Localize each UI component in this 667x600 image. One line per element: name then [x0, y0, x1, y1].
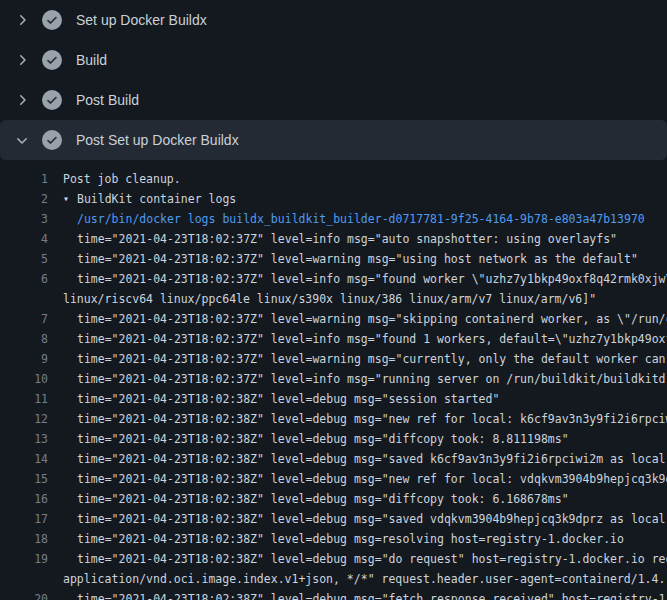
log-line-text: time="2021-04-23T18:02:37Z" level=warnin…: [48, 249, 638, 269]
log-line-number[interactable]: 13: [0, 429, 48, 449]
log-line-text: linux/riscv64 linux/ppc64le linux/s390x …: [48, 289, 596, 309]
log-line-text: time="2021-04-23T18:02:38Z" level=debug …: [48, 389, 499, 409]
log-line-text: time="2021-04-23T18:02:37Z" level=info m…: [48, 229, 617, 249]
log-line: 8 ▾ time="2021-04-23T18:02:37Z" level=in…: [0, 329, 667, 349]
log-line-text: time="2021-04-23T18:02:38Z" level=debug …: [48, 509, 667, 529]
log-line-number[interactable]: [0, 569, 48, 589]
chevron-right-icon[interactable]: [14, 52, 30, 68]
log-line-number[interactable]: 20: [0, 589, 48, 600]
log-line: 3 ▾ /usr/bin/docker logs buildx_buildkit…: [0, 209, 667, 229]
log-line-text: time="2021-04-23T18:02:38Z" level=debug …: [48, 489, 569, 509]
log-line-number[interactable]: 19: [0, 549, 48, 569]
log-line-text: time="2021-04-23T18:02:38Z" level=debug …: [48, 409, 667, 429]
log-line: 12 ▾ time="2021-04-23T18:02:38Z" level=d…: [0, 409, 667, 429]
log-line-number[interactable]: 9: [0, 349, 48, 369]
step-header[interactable]: Post Set up Docker Buildx: [0, 120, 667, 160]
log-line: 13 ▾ time="2021-04-23T18:02:38Z" level=d…: [0, 429, 667, 449]
log-line-number[interactable]: 1: [0, 169, 48, 189]
log-line-number[interactable]: 14: [0, 449, 48, 469]
step-title: Post Build: [76, 92, 139, 108]
log-line-text: time="2021-04-23T18:02:37Z" level=info m…: [48, 369, 667, 389]
log-line-number[interactable]: 12: [0, 409, 48, 429]
log-line: 17 ▾ time="2021-04-23T18:02:38Z" level=d…: [0, 509, 667, 529]
log-line-number[interactable]: [0, 289, 48, 309]
log-line: 16 ▾ time="2021-04-23T18:02:38Z" level=d…: [0, 489, 667, 509]
log-line-number[interactable]: 3: [0, 209, 48, 229]
log-line-text: time="2021-04-23T18:02:37Z" level=info m…: [48, 269, 667, 289]
log-line: 18 ▾ time="2021-04-23T18:02:38Z" level=d…: [0, 529, 667, 549]
check-circle-icon: [42, 90, 62, 110]
log-line: 7 ▾ time="2021-04-23T18:02:37Z" level=wa…: [0, 309, 667, 329]
log-line-number[interactable]: 17: [0, 509, 48, 529]
group-toggle-triangle-down-icon[interactable]: ▾: [63, 189, 77, 209]
log-line-text: time="2021-04-23T18:02:38Z" level=debug …: [48, 449, 667, 469]
log-line-text: time="2021-04-23T18:02:38Z" level=debug …: [48, 469, 667, 489]
log-line-number[interactable]: 4: [0, 229, 48, 249]
log-line: 1 ▾ Post job cleanup.: [0, 169, 667, 189]
check-circle-icon: [42, 10, 62, 30]
log-line: 10 ▾ time="2021-04-23T18:02:37Z" level=i…: [0, 369, 667, 389]
log-line: 6 ▾ time="2021-04-23T18:02:37Z" level=in…: [0, 269, 667, 289]
log-line-text: application/vnd.oci.image.index.v1+json,…: [48, 569, 665, 589]
log-line-number[interactable]: 6: [0, 269, 48, 289]
log-line: 2 ▾ BuildKit container logs: [0, 189, 667, 209]
log-line-text: Post job cleanup.: [48, 169, 181, 189]
chevron-right-icon[interactable]: [14, 92, 30, 108]
log-line-number[interactable]: 16: [0, 489, 48, 509]
log-line-text: time="2021-04-23T18:02:38Z" level=debug …: [48, 549, 667, 569]
step-title: Post Set up Docker Buildx: [76, 132, 239, 148]
log-line-text: BuildKit container logs: [77, 189, 236, 209]
log-line-text: time="2021-04-23T18:02:37Z" level=warnin…: [48, 309, 667, 329]
log-line: 20 ▾ time="2021-04-23T18:02:38Z" level=d…: [0, 589, 667, 600]
log-line-text: /usr/bin/docker logs buildx_buildkit_bui…: [48, 209, 645, 229]
log-line-number[interactable]: 15: [0, 469, 48, 489]
log-line: ▾ application/vnd.oci.image.index.v1+jso…: [0, 569, 667, 589]
log-line: 4 ▾ time="2021-04-23T18:02:37Z" level=in…: [0, 229, 667, 249]
log-line-number[interactable]: 8: [0, 329, 48, 349]
chevron-down-icon[interactable]: [14, 132, 30, 148]
step-list: Set up Docker Buildx Build Post Build: [0, 0, 667, 160]
log-line: ▾ linux/riscv64 linux/ppc64le linux/s390…: [0, 289, 667, 309]
log-line-number[interactable]: 2: [0, 189, 48, 209]
log-line: 14 ▾ time="2021-04-23T18:02:38Z" level=d…: [0, 449, 667, 469]
log-line-text: time="2021-04-23T18:02:38Z" level=debug …: [48, 589, 667, 600]
log-line-text: time="2021-04-23T18:02:38Z" level=debug …: [48, 429, 569, 449]
check-circle-icon: [42, 130, 62, 150]
log-line: 5 ▾ time="2021-04-23T18:02:37Z" level=wa…: [0, 249, 667, 269]
log-line-text: time="2021-04-23T18:02:37Z" level=warnin…: [48, 349, 667, 369]
log-line-text: time="2021-04-23T18:02:38Z" level=debug …: [48, 529, 624, 549]
log-line-number[interactable]: 11: [0, 389, 48, 409]
step-header[interactable]: Post Build: [0, 80, 667, 120]
chevron-right-icon[interactable]: [14, 12, 30, 28]
log-pane: 1 ▾ Post job cleanup. 2 ▾ BuildKit conta…: [0, 160, 667, 600]
step-title: Set up Docker Buildx: [76, 12, 207, 28]
step-title: Build: [76, 52, 107, 68]
log-line: 9 ▾ time="2021-04-23T18:02:37Z" level=wa…: [0, 349, 667, 369]
log-line: 11 ▾ time="2021-04-23T18:02:38Z" level=d…: [0, 389, 667, 409]
log-line-number[interactable]: 5: [0, 249, 48, 269]
log-line-number[interactable]: 18: [0, 529, 48, 549]
log-line: 19 ▾ time="2021-04-23T18:02:38Z" level=d…: [0, 549, 667, 569]
log-line-number[interactable]: 10: [0, 369, 48, 389]
log-line-text: time="2021-04-23T18:02:37Z" level=info m…: [48, 329, 667, 349]
step-header[interactable]: Set up Docker Buildx: [0, 0, 667, 40]
actions-log-viewer: Set up Docker Buildx Build Post Build: [0, 0, 667, 600]
step-header[interactable]: Build: [0, 40, 667, 80]
log-line-number[interactable]: 7: [0, 309, 48, 329]
log-line: 15 ▾ time="2021-04-23T18:02:38Z" level=d…: [0, 469, 667, 489]
check-circle-icon: [42, 50, 62, 70]
